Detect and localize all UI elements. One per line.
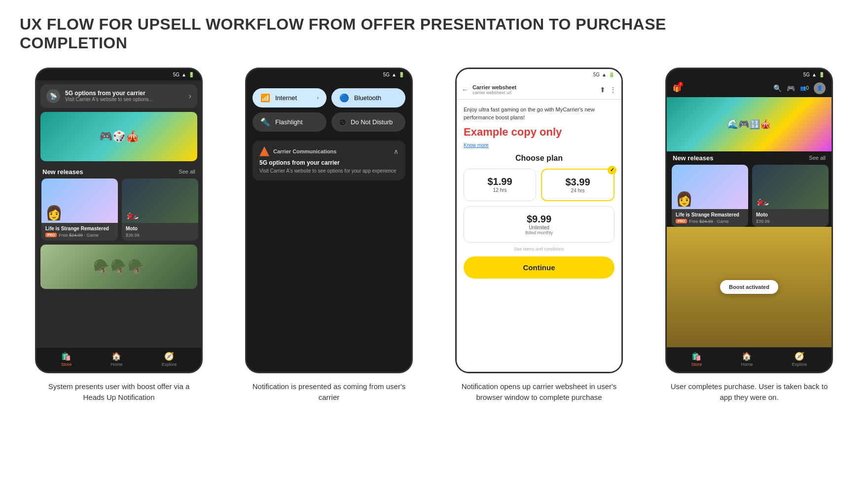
dnd-icon: ⊘: [339, 117, 346, 127]
cn-left: Carrier Communications: [259, 146, 336, 156]
search-icon-4[interactable]: 🔍: [773, 84, 782, 92]
status-icons-1: 5G ▲ 🔋: [173, 72, 194, 77]
bottom-banner-1: 🪖🪖🪖: [40, 245, 197, 289]
nav-explore-4[interactable]: 🧭 Explore: [792, 352, 807, 367]
boost-toast: Boost activated: [720, 280, 778, 294]
plan-options: $1.99 12 hrs ✓ $3.99 24 hrs: [464, 169, 615, 201]
see-all-link-1[interactable]: See all: [179, 169, 195, 175]
status-bar-1: 5G ▲ 🔋: [36, 69, 201, 80]
moto-name-4: Moto: [756, 212, 825, 217]
moto-name-1: Moto: [126, 226, 194, 231]
plan-card-399[interactable]: ✓ $3.99 24 hrs: [541, 169, 615, 201]
phone4-topbar: 🎁 2 🔍 🎮 👥0 👤: [667, 80, 832, 97]
5g-label-1: 5G: [173, 72, 180, 77]
see-all-link-4[interactable]: See all: [809, 155, 826, 161]
internet-tile[interactable]: 📶 Internet ›: [253, 88, 326, 107]
terms-link[interactable]: See terms and conditions: [464, 247, 615, 251]
game-card-lis-4[interactable]: 👩 Life is Strange Remastered PRO Free $2…: [672, 165, 748, 227]
plan-price-199: $1.99: [468, 176, 532, 187]
plan-card-unlimited[interactable]: $9.99 Unlimited Billed monthly: [464, 206, 615, 243]
status-icons-4: 5G ▲ 🔋: [803, 72, 825, 77]
bluetooth-icon: 🔵: [339, 93, 349, 103]
dnd-label: Do Not Disturb: [351, 118, 393, 126]
notif-title: 5G options from your carrier: [65, 90, 184, 97]
flow-step-3: 5G ▲ 🔋 ← Carrier websheet carrier webshe…: [440, 68, 638, 403]
dnd-tile[interactable]: ⊘ Do Not Disturb: [331, 112, 405, 132]
notif-text: 5G options from your carrier Visit Carri…: [65, 90, 184, 102]
browser-back-btn[interactable]: ←: [462, 86, 469, 94]
nav-explore-1[interactable]: 🧭 Explore: [162, 352, 177, 367]
lis-price-4: Free $24.99 · Game: [689, 219, 729, 224]
moto-price-1: $39.99: [126, 233, 194, 238]
lis-price-1: Free $24.99 · Game: [59, 233, 99, 238]
browser-url: carrier websheet url: [472, 90, 596, 95]
notif-subtitle: Visit Carrier A's website to see options…: [65, 97, 184, 102]
pro-badge-1: PRO: [45, 233, 57, 237]
plan-billing: Billed monthly: [468, 230, 610, 235]
moto-price-4: $39.99: [756, 219, 825, 224]
know-more-link[interactable]: Know more: [464, 143, 615, 148]
step-2-description: Notification is presented as coming from…: [250, 381, 408, 403]
gift-badge: 2: [678, 82, 683, 87]
internet-chevron: ›: [317, 95, 319, 101]
plan-duration-399: 24 hrs: [546, 188, 610, 193]
expand-icon[interactable]: ∧: [394, 147, 398, 155]
flashlight-icon: 🔦: [260, 117, 270, 127]
lis-meta-4: PRO Free $24.99 · Game: [676, 219, 744, 224]
5g-label-2: 5G: [383, 72, 390, 77]
flashlight-tile[interactable]: 🔦 Flashlight: [253, 112, 326, 132]
game-card-moto-4[interactable]: 🏍️ Moto $39.99: [752, 165, 829, 227]
nav-store-4[interactable]: 🛍️ Store: [691, 352, 702, 367]
plan-card-199[interactable]: $1.99 12 hrs: [464, 169, 536, 201]
gamepad-icon-4[interactable]: 🎮: [787, 84, 795, 92]
game-card-moto-1[interactable]: 🏍️ Moto $39.99: [122, 179, 198, 241]
new-releases-label-4: New releases: [673, 154, 713, 162]
share-icon[interactable]: ⬆: [600, 86, 606, 94]
status-bar-2: 5G ▲ 🔋: [247, 69, 411, 80]
battery-icon-2: 🔋: [398, 72, 404, 77]
section-header-1: New releases See all: [36, 165, 201, 179]
promo-text: Enjoy ultra fast gaming on the go with M…: [464, 106, 615, 122]
game-banner-1: 🎮🎲🎪: [40, 112, 197, 161]
home-icon-1: 🏠: [111, 352, 121, 361]
browser-url-block: Carrier websheet carrier websheet url: [472, 84, 596, 95]
nav-store-1[interactable]: 🛍️ Store: [61, 352, 72, 367]
signal-icon-2: ▲: [392, 72, 397, 77]
nav-home-1[interactable]: 🏠 Home: [110, 352, 122, 367]
phone-2: 5G ▲ 🔋 📶 Internet › 🔵 Bluetoot: [245, 68, 413, 373]
continue-button[interactable]: Continue: [464, 256, 615, 279]
flow-step-4: 5G ▲ 🔋 🎁 2 🔍 🎮 👥0 👤: [650, 68, 848, 403]
browser-title: Carrier websheet: [472, 84, 596, 90]
lis-meta-1: PRO Free $24.99 · Game: [45, 233, 114, 238]
moto-card-info-1: Moto $39.99: [122, 223, 198, 241]
5g-label-3: 5G: [593, 72, 600, 77]
status-bar-4: 5G ▲ 🔋: [667, 69, 832, 80]
nav-home-4[interactable]: 🏠 Home: [741, 352, 753, 367]
explore-icon-1: 🧭: [164, 352, 174, 361]
heads-up-notification[interactable]: 📡 5G options from your carrier Visit Car…: [40, 84, 197, 108]
notif-icon: 📡: [46, 89, 60, 103]
plan-check-icon: ✓: [608, 166, 616, 175]
status-icons-3: 5G ▲ 🔋: [593, 72, 615, 77]
phone-4: 5G ▲ 🔋 🎁 2 🔍 🎮 👥0 👤: [665, 68, 833, 373]
moto-card-img-4: 🏍️: [752, 165, 829, 209]
avatar-4[interactable]: 👤: [814, 82, 826, 94]
game-card-lis-1[interactable]: 👩 Life is Strange Remastered PRO Free $2…: [41, 179, 118, 241]
step-3-description: Notification opens up carrier websheet i…: [460, 381, 618, 403]
phone1-content: 📡 5G options from your carrier Visit Car…: [36, 80, 201, 347]
explore-icon-4: 🧭: [795, 352, 804, 361]
game-cards-row-1: 👩 Life is Strange Remastered PRO Free $2…: [36, 179, 201, 241]
phone2-content: 📶 Internet › 🔵 Bluetooth 🔦 Flashlight: [247, 80, 411, 372]
game-cards-row-4: 👩 Life is Strange Remastered PRO Free $2…: [667, 165, 832, 227]
carrier-notification[interactable]: Carrier Communications ∧ 5G options from…: [253, 141, 405, 180]
new-releases-label-1: New releases: [42, 168, 83, 176]
phone-1: 5G ▲ 🔋 📡 5G options from your carrier Vi…: [35, 68, 203, 373]
lis-card-info-4: Life is Strange Remastered PRO Free $24.…: [672, 209, 748, 227]
boost-toast-text: Boost activated: [729, 284, 769, 290]
more-icon[interactable]: ⋮: [610, 86, 616, 94]
store-icon-4: 🛍️: [691, 352, 701, 361]
carrier-notif-title: 5G options from your carrier: [259, 159, 398, 166]
bluetooth-tile[interactable]: 🔵 Bluetooth: [331, 88, 405, 107]
browser-bar: ← Carrier websheet carrier websheet url …: [457, 80, 621, 100]
carrier-notif-desc: Visit Carrier A's website to see options…: [259, 168, 398, 175]
